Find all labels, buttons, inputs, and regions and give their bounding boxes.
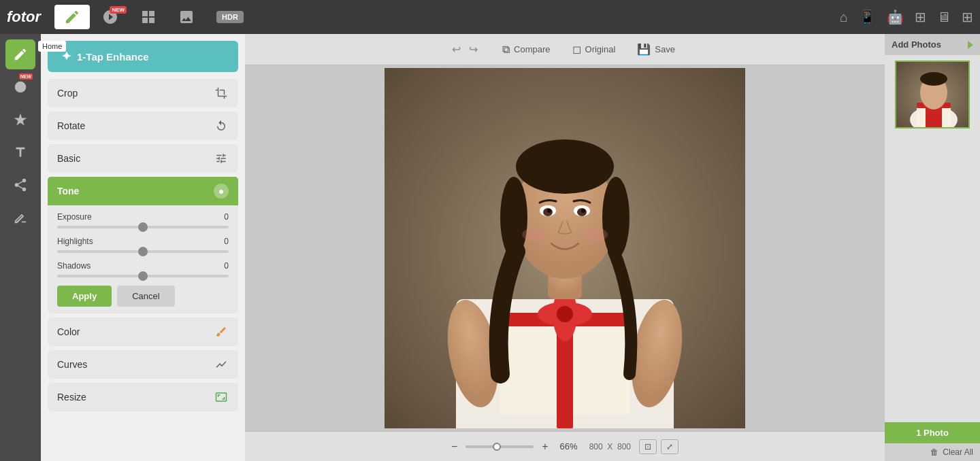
zoom-out-button[interactable]: −	[451, 441, 457, 453]
clear-all-label: Clear All	[943, 447, 973, 457]
rotate-icon	[214, 118, 229, 133]
original-button[interactable]: ◻ Original	[567, 40, 621, 58]
zoom-thumb[interactable]	[493, 443, 501, 451]
one-tap-label: 1-Tap Enhance	[77, 51, 149, 63]
sliders-icon	[214, 151, 229, 166]
save-icon: 💾	[637, 43, 651, 56]
redo-button[interactable]: ↪	[466, 40, 480, 58]
svg-point-27	[581, 209, 585, 213]
highlights-thumb[interactable]	[138, 247, 148, 256]
sidebar-enhance-icon[interactable]: Home	[5, 39, 35, 69]
undo-redo-group: ↩ ↪	[449, 40, 480, 58]
right-sidebar: Add Photos	[885, 34, 980, 461]
view-mode-buttons: ⊡ ⤢	[639, 439, 679, 454]
svg-point-2	[15, 183, 19, 187]
edit-panel: ✦ 1-Tap Enhance Crop Rotate Basic	[41, 34, 245, 461]
canvas-bottom-bar: − + 66% 800 X 800 ⊡ ⤢	[245, 431, 885, 461]
sidebar-edit-icon[interactable]	[5, 203, 35, 233]
zoom-in-button[interactable]: +	[542, 441, 548, 453]
shadows-label: Shadows	[57, 261, 91, 271]
resize-item[interactable]: Resize	[48, 383, 238, 411]
svg-point-36	[920, 72, 947, 86]
hdr-label: HDR	[216, 11, 244, 23]
exposure-label: Exposure	[57, 212, 92, 222]
portrait-svg	[385, 68, 745, 428]
sidebar-effects-icon[interactable]	[5, 105, 35, 135]
compare-button[interactable]: ⧉ Compare	[497, 41, 555, 58]
full-view-button[interactable]: ⤢	[661, 439, 679, 454]
cancel-button[interactable]: Cancel	[117, 286, 174, 307]
exposure-thumb[interactable]	[138, 222, 148, 232]
new-badge: NEW	[110, 6, 127, 14]
resize-icon	[214, 390, 229, 405]
zoom-percent: 66%	[557, 441, 581, 451]
clear-all-button[interactable]: 🗑 Clear All	[885, 443, 980, 461]
zoom-slider[interactable]	[466, 445, 534, 448]
sidebar-new-badge: NEW	[19, 73, 33, 80]
shadows-track	[57, 275, 229, 277]
save-label: Save	[655, 44, 675, 54]
undo-button[interactable]: ↩	[449, 40, 463, 58]
save-button[interactable]: 💾 Save	[632, 40, 681, 58]
mobile-icon[interactable]: 📱	[859, 9, 876, 25]
nav-enhance[interactable]	[54, 5, 90, 29]
nav-photo[interactable]	[169, 5, 204, 29]
photo-icon	[178, 9, 195, 25]
resize-label: Resize	[57, 392, 86, 403]
highlights-value: 0	[224, 237, 229, 246]
crop-item[interactable]: Crop	[48, 79, 238, 107]
highlights-slider-row: Highlights 0	[57, 237, 229, 253]
svg-point-15	[557, 306, 573, 322]
collage-icon	[140, 9, 157, 25]
shadows-value: 0	[224, 261, 229, 271]
home-icon[interactable]: ⌂	[840, 10, 848, 25]
nav-hdr[interactable]: HDR	[207, 7, 253, 27]
tone-section: Tone ● Exposure 0 Highlights	[48, 177, 238, 313]
curves-icon	[214, 357, 229, 372]
photo-thumbnail[interactable]	[895, 61, 970, 129]
curves-item[interactable]: Curves	[48, 350, 238, 379]
one-tap-enhance-button[interactable]: ✦ 1-Tap Enhance	[48, 41, 238, 72]
basic-item[interactable]: Basic	[48, 144, 238, 173]
thumb-svg	[896, 62, 970, 129]
sidebar-share-icon[interactable]	[5, 170, 35, 200]
monitor-icon[interactable]: 🖥	[937, 10, 951, 25]
windows-icon[interactable]: ⊞	[915, 9, 926, 25]
svg-point-21	[563, 145, 601, 175]
fit-view-button[interactable]: ⊡	[639, 439, 657, 454]
android-icon[interactable]: 🤖	[887, 9, 904, 25]
photos-list	[885, 55, 980, 422]
top-navigation: NEW HDR	[54, 5, 840, 29]
color-item[interactable]: Color	[48, 318, 238, 346]
apply-button[interactable]: Apply	[57, 286, 112, 307]
image-dimensions: 800 X 800	[589, 442, 631, 451]
nav-beauty[interactable]: NEW	[93, 5, 128, 29]
shadows-thumb[interactable]	[138, 271, 148, 281]
left-sidebar: Home NEW	[0, 34, 41, 461]
nav-collage[interactable]	[131, 5, 166, 29]
svg-rect-4	[22, 222, 26, 223]
topbar: fotor NEW HDR	[0, 0, 980, 34]
canvas-area: ↩ ↪ ⧉ Compare ◻ Original 💾 Save	[245, 34, 885, 461]
shadows-slider-row: Shadows 0	[57, 261, 229, 277]
curves-label: Curves	[57, 359, 87, 370]
thumbnail-image	[896, 62, 968, 127]
trash-icon: 🗑	[930, 447, 938, 457]
collapse-icon	[968, 41, 973, 49]
grid-icon[interactable]: ⊞	[962, 9, 973, 25]
color-label: Color	[57, 326, 80, 337]
main-image	[385, 68, 745, 428]
rotate-item[interactable]: Rotate	[48, 112, 238, 140]
basic-label: Basic	[57, 153, 80, 164]
highlights-label: Highlights	[57, 237, 93, 246]
svg-point-29	[583, 228, 608, 241]
top-right-icons: ⌂ 📱 🤖 ⊞ 🖥 ⊞	[840, 9, 973, 25]
tone-header[interactable]: Tone ●	[48, 177, 238, 205]
add-photos-header[interactable]: Add Photos	[885, 34, 980, 55]
highlights-track	[57, 250, 229, 253]
sidebar-beauty-icon[interactable]: NEW	[5, 72, 35, 102]
color-icon	[214, 324, 229, 339]
tone-active-icon: ●	[214, 184, 229, 199]
sidebar-text-icon[interactable]	[5, 137, 35, 167]
compare-icon: ⧉	[502, 44, 510, 56]
